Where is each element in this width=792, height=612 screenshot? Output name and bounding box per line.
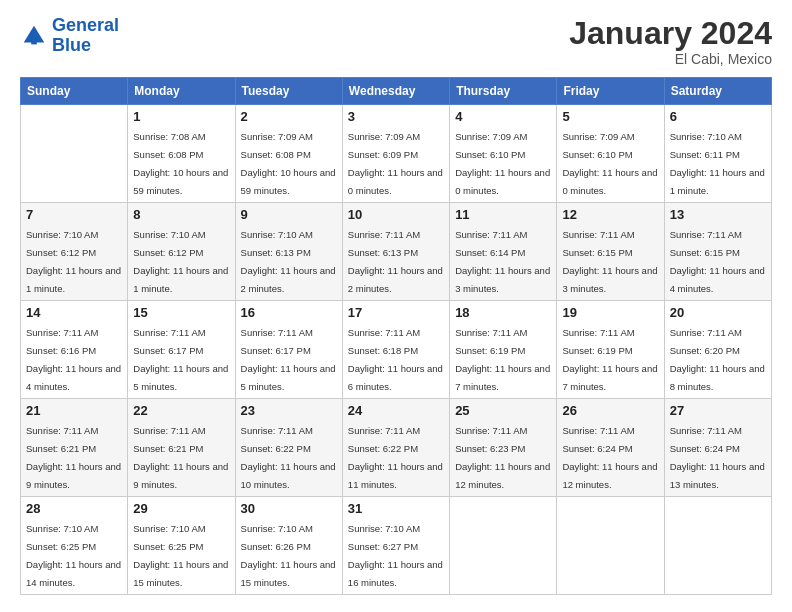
logo: General Blue xyxy=(20,16,119,56)
calendar-cell: 26 Sunrise: 7:11 AMSunset: 6:24 PMDaylig… xyxy=(557,399,664,497)
day-detail: Sunrise: 7:11 AMSunset: 6:17 PMDaylight:… xyxy=(241,327,336,392)
day-detail: Sunrise: 7:10 AMSunset: 6:12 PMDaylight:… xyxy=(133,229,228,294)
header: General Blue January 2024 El Cabi, Mexic… xyxy=(20,16,772,67)
logo-icon xyxy=(20,22,48,50)
day-detail: Sunrise: 7:10 AMSunset: 6:26 PMDaylight:… xyxy=(241,523,336,588)
calendar-cell: 14 Sunrise: 7:11 AMSunset: 6:16 PMDaylig… xyxy=(21,301,128,399)
day-detail: Sunrise: 7:10 AMSunset: 6:25 PMDaylight:… xyxy=(26,523,121,588)
calendar-cell: 22 Sunrise: 7:11 AMSunset: 6:21 PMDaylig… xyxy=(128,399,235,497)
calendar-cell: 27 Sunrise: 7:11 AMSunset: 6:24 PMDaylig… xyxy=(664,399,771,497)
day-number: 26 xyxy=(562,403,658,418)
day-number: 24 xyxy=(348,403,444,418)
calendar-cell: 9 Sunrise: 7:10 AMSunset: 6:13 PMDayligh… xyxy=(235,203,342,301)
day-detail: Sunrise: 7:09 AMSunset: 6:08 PMDaylight:… xyxy=(241,131,336,196)
calendar-cell: 2 Sunrise: 7:09 AMSunset: 6:08 PMDayligh… xyxy=(235,105,342,203)
calendar-cell: 13 Sunrise: 7:11 AMSunset: 6:15 PMDaylig… xyxy=(664,203,771,301)
calendar-cell: 25 Sunrise: 7:11 AMSunset: 6:23 PMDaylig… xyxy=(450,399,557,497)
calendar-cell xyxy=(21,105,128,203)
calendar-cell: 20 Sunrise: 7:11 AMSunset: 6:20 PMDaylig… xyxy=(664,301,771,399)
calendar-cell: 17 Sunrise: 7:11 AMSunset: 6:18 PMDaylig… xyxy=(342,301,449,399)
calendar-cell: 18 Sunrise: 7:11 AMSunset: 6:19 PMDaylig… xyxy=(450,301,557,399)
calendar-cell: 24 Sunrise: 7:11 AMSunset: 6:22 PMDaylig… xyxy=(342,399,449,497)
day-detail: Sunrise: 7:11 AMSunset: 6:22 PMDaylight:… xyxy=(348,425,443,490)
day-detail: Sunrise: 7:10 AMSunset: 6:13 PMDaylight:… xyxy=(241,229,336,294)
day-detail: Sunrise: 7:11 AMSunset: 6:22 PMDaylight:… xyxy=(241,425,336,490)
calendar-cell: 5 Sunrise: 7:09 AMSunset: 6:10 PMDayligh… xyxy=(557,105,664,203)
calendar-table: Sunday Monday Tuesday Wednesday Thursday… xyxy=(20,77,772,595)
day-number: 3 xyxy=(348,109,444,124)
calendar-cell: 19 Sunrise: 7:11 AMSunset: 6:19 PMDaylig… xyxy=(557,301,664,399)
col-friday: Friday xyxy=(557,78,664,105)
day-detail: Sunrise: 7:11 AMSunset: 6:18 PMDaylight:… xyxy=(348,327,443,392)
location: El Cabi, Mexico xyxy=(569,51,772,67)
day-number: 10 xyxy=(348,207,444,222)
day-detail: Sunrise: 7:11 AMSunset: 6:19 PMDaylight:… xyxy=(455,327,550,392)
calendar-cell: 8 Sunrise: 7:10 AMSunset: 6:12 PMDayligh… xyxy=(128,203,235,301)
calendar-cell: 28 Sunrise: 7:10 AMSunset: 6:25 PMDaylig… xyxy=(21,497,128,595)
day-number: 27 xyxy=(670,403,766,418)
calendar-cell: 3 Sunrise: 7:09 AMSunset: 6:09 PMDayligh… xyxy=(342,105,449,203)
calendar-cell: 11 Sunrise: 7:11 AMSunset: 6:14 PMDaylig… xyxy=(450,203,557,301)
day-detail: Sunrise: 7:09 AMSunset: 6:10 PMDaylight:… xyxy=(455,131,550,196)
day-number: 8 xyxy=(133,207,229,222)
day-detail: Sunrise: 7:10 AMSunset: 6:11 PMDaylight:… xyxy=(670,131,765,196)
day-number: 14 xyxy=(26,305,122,320)
title-block: January 2024 El Cabi, Mexico xyxy=(569,16,772,67)
day-detail: Sunrise: 7:10 AMSunset: 6:12 PMDaylight:… xyxy=(26,229,121,294)
calendar-cell xyxy=(664,497,771,595)
day-detail: Sunrise: 7:11 AMSunset: 6:19 PMDaylight:… xyxy=(562,327,657,392)
calendar-cell: 7 Sunrise: 7:10 AMSunset: 6:12 PMDayligh… xyxy=(21,203,128,301)
calendar-cell: 16 Sunrise: 7:11 AMSunset: 6:17 PMDaylig… xyxy=(235,301,342,399)
col-thursday: Thursday xyxy=(450,78,557,105)
day-number: 16 xyxy=(241,305,337,320)
day-detail: Sunrise: 7:11 AMSunset: 6:16 PMDaylight:… xyxy=(26,327,121,392)
day-detail: Sunrise: 7:11 AMSunset: 6:21 PMDaylight:… xyxy=(26,425,121,490)
day-detail: Sunrise: 7:11 AMSunset: 6:24 PMDaylight:… xyxy=(670,425,765,490)
day-number: 12 xyxy=(562,207,658,222)
day-detail: Sunrise: 7:11 AMSunset: 6:14 PMDaylight:… xyxy=(455,229,550,294)
day-number: 6 xyxy=(670,109,766,124)
col-monday: Monday xyxy=(128,78,235,105)
day-number: 23 xyxy=(241,403,337,418)
day-number: 2 xyxy=(241,109,337,124)
col-sunday: Sunday xyxy=(21,78,128,105)
calendar-cell: 21 Sunrise: 7:11 AMSunset: 6:21 PMDaylig… xyxy=(21,399,128,497)
day-detail: Sunrise: 7:08 AMSunset: 6:08 PMDaylight:… xyxy=(133,131,228,196)
calendar-cell: 15 Sunrise: 7:11 AMSunset: 6:17 PMDaylig… xyxy=(128,301,235,399)
day-number: 31 xyxy=(348,501,444,516)
logo-text: General Blue xyxy=(52,16,119,56)
calendar-cell: 1 Sunrise: 7:08 AMSunset: 6:08 PMDayligh… xyxy=(128,105,235,203)
day-number: 15 xyxy=(133,305,229,320)
day-detail: Sunrise: 7:09 AMSunset: 6:10 PMDaylight:… xyxy=(562,131,657,196)
day-number: 4 xyxy=(455,109,551,124)
calendar-cell: 10 Sunrise: 7:11 AMSunset: 6:13 PMDaylig… xyxy=(342,203,449,301)
col-tuesday: Tuesday xyxy=(235,78,342,105)
day-detail: Sunrise: 7:11 AMSunset: 6:23 PMDaylight:… xyxy=(455,425,550,490)
day-number: 21 xyxy=(26,403,122,418)
day-detail: Sunrise: 7:11 AMSunset: 6:15 PMDaylight:… xyxy=(670,229,765,294)
day-number: 9 xyxy=(241,207,337,222)
day-number: 5 xyxy=(562,109,658,124)
calendar-cell: 4 Sunrise: 7:09 AMSunset: 6:10 PMDayligh… xyxy=(450,105,557,203)
day-detail: Sunrise: 7:09 AMSunset: 6:09 PMDaylight:… xyxy=(348,131,443,196)
day-detail: Sunrise: 7:11 AMSunset: 6:24 PMDaylight:… xyxy=(562,425,657,490)
day-number: 17 xyxy=(348,305,444,320)
day-number: 1 xyxy=(133,109,229,124)
day-number: 30 xyxy=(241,501,337,516)
calendar-cell: 31 Sunrise: 7:10 AMSunset: 6:27 PMDaylig… xyxy=(342,497,449,595)
calendar-cell: 6 Sunrise: 7:10 AMSunset: 6:11 PMDayligh… xyxy=(664,105,771,203)
day-number: 11 xyxy=(455,207,551,222)
day-number: 28 xyxy=(26,501,122,516)
svg-rect-1 xyxy=(31,37,37,44)
day-detail: Sunrise: 7:11 AMSunset: 6:21 PMDaylight:… xyxy=(133,425,228,490)
calendar-cell xyxy=(557,497,664,595)
page-container: General Blue January 2024 El Cabi, Mexic… xyxy=(0,0,792,605)
day-detail: Sunrise: 7:11 AMSunset: 6:17 PMDaylight:… xyxy=(133,327,228,392)
col-wednesday: Wednesday xyxy=(342,78,449,105)
day-detail: Sunrise: 7:11 AMSunset: 6:15 PMDaylight:… xyxy=(562,229,657,294)
header-row: Sunday Monday Tuesday Wednesday Thursday… xyxy=(21,78,772,105)
calendar-cell xyxy=(450,497,557,595)
calendar-cell: 29 Sunrise: 7:10 AMSunset: 6:25 PMDaylig… xyxy=(128,497,235,595)
day-number: 7 xyxy=(26,207,122,222)
calendar-cell: 12 Sunrise: 7:11 AMSunset: 6:15 PMDaylig… xyxy=(557,203,664,301)
